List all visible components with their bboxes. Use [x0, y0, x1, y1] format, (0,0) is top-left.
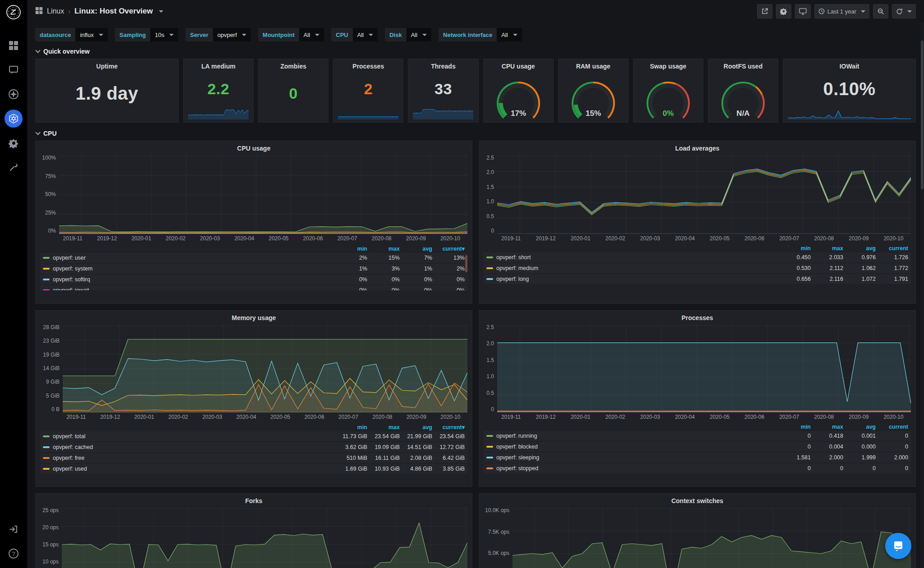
- legend-series-label[interactable]: opvperf: softirq: [43, 276, 335, 283]
- grafana-logo[interactable]: [6, 5, 21, 22]
- filter-sampling[interactable]: Sampling 10s: [115, 28, 178, 41]
- time-range-picker[interactable]: Last 1 year: [814, 4, 869, 18]
- legend-header[interactable]: max: [813, 423, 846, 431]
- refresh-interval-caret-icon[interactable]: [907, 10, 912, 13]
- legend-row[interactable]: opvperf: short 0.450 2.033 0.976 1.726: [484, 252, 911, 263]
- panel-rootfs-used[interactable]: RootFS used N/A: [708, 59, 778, 123]
- legend-row[interactable]: opvperf: used 1.69 GiB 10.93 GiB 4.86 Gi…: [40, 463, 467, 474]
- explore-compass-icon[interactable]: [5, 85, 23, 103]
- plot-area[interactable]: [62, 507, 467, 568]
- server-admin-wrench-icon[interactable]: [5, 158, 23, 176]
- legend-scrollbar[interactable]: [465, 255, 467, 272]
- legend-row[interactable]: opvperf: total 11.73 GiB 23.54 GiB 21.99…: [40, 431, 467, 442]
- legend-header[interactable]: current▾: [435, 423, 467, 431]
- dashboard-title-caret-icon[interactable]: [159, 10, 163, 13]
- panel-context-switches[interactable]: Context switches 10.0K ops7.5K ops5.0K o…: [479, 493, 916, 568]
- legend-row[interactable]: opvperf: long 0.656 2.116 1.072 1.791: [484, 274, 911, 284]
- legend-row[interactable]: opvperf: iowait 0% 0% 0% 0%: [40, 285, 467, 290]
- legend-header[interactable]: current: [878, 423, 911, 431]
- legend-header[interactable]: max: [370, 244, 402, 253]
- legend-header[interactable]: max: [813, 244, 846, 252]
- panel-load-averages[interactable]: Load averages 2.52.01.51.00.50 2019-1120…: [479, 141, 916, 304]
- legend-row[interactable]: opvperf: stopped 0 0 0 0: [484, 463, 911, 474]
- filter-value-dropdown[interactable]: opvperf: [213, 28, 251, 41]
- filter-server[interactable]: Server opvperf: [185, 28, 251, 41]
- panel-uptime[interactable]: Uptime1.9 day: [35, 59, 179, 123]
- legend-series-label[interactable]: opvperf: system: [43, 266, 335, 272]
- messages-icon[interactable]: [5, 61, 23, 79]
- share-button[interactable]: [757, 4, 772, 18]
- breadcrumb-folder[interactable]: Linux: [47, 7, 64, 15]
- legend-series-label[interactable]: opvperf: running: [486, 433, 778, 439]
- panel-forks[interactable]: Forks 25 ops20 ops15 ops10 ops5 ops0 ops: [35, 493, 472, 568]
- zoom-out-button[interactable]: [873, 4, 888, 18]
- page-scrollbar[interactable]: [920, 0, 924, 568]
- panel-threads[interactable]: Threads33: [408, 59, 478, 123]
- legend-series-label[interactable]: opvperf: stopped: [486, 465, 778, 472]
- panel-la-medium[interactable]: LA medium2.2: [183, 59, 254, 123]
- legend-series-label[interactable]: opvperf: blocked: [486, 444, 778, 450]
- panel-zombies[interactable]: Zombies0: [258, 59, 328, 123]
- legend-header[interactable]: min: [781, 244, 813, 252]
- dashboard-settings-button[interactable]: [776, 4, 791, 18]
- legend-row[interactable]: opvperf: free 510 MiB 16.11 GiB 2.08 GiB…: [40, 453, 467, 463]
- intercom-chat-button[interactable]: [885, 533, 911, 559]
- filter-cpu[interactable]: CPU All: [331, 28, 378, 41]
- section-quick-overview[interactable]: Quick overview: [36, 48, 916, 55]
- panel-cpu-usage[interactable]: CPU usage 17%: [483, 59, 554, 123]
- legend-series-label[interactable]: opvperf: user: [43, 255, 335, 261]
- plot-area[interactable]: [63, 324, 467, 412]
- panel-processes[interactable]: Processes 2.52.01.51.00.50 2019-112019-1…: [479, 310, 916, 487]
- legend-series-label[interactable]: opvperf: short: [486, 254, 778, 261]
- legend-row[interactable]: opvperf: cached 3.62 GiB 19.09 GiB 14.51…: [40, 442, 467, 453]
- panel-processes[interactable]: Processes2: [333, 59, 403, 123]
- plot-area[interactable]: [497, 324, 911, 412]
- panel-cpu-usage[interactable]: CPU usage 100%75%50%25%0% 2019-112019-12…: [35, 141, 472, 304]
- legend-series-label[interactable]: opvperf: long: [486, 276, 778, 282]
- legend-header[interactable]: min: [781, 423, 813, 431]
- legend-row[interactable]: opvperf: running 0 0.418 0.001 0: [484, 431, 911, 441]
- cycle-view-mode-button[interactable]: [795, 4, 811, 18]
- filter-value-dropdown[interactable]: influx: [75, 28, 107, 41]
- legend-row[interactable]: opvperf: softirq 0% 0% 0% 0%: [40, 274, 467, 285]
- legend-series-label[interactable]: opvperf: free: [43, 455, 335, 461]
- legend-series-label[interactable]: opvperf: total: [43, 433, 335, 440]
- legend-row[interactable]: opvperf: user 2% 15% 7% 13%: [40, 253, 467, 263]
- filter-value-dropdown[interactable]: 10s: [150, 28, 178, 41]
- legend-row[interactable]: opvperf: sleeping 1.581 2.000 1.999 2.00…: [484, 452, 911, 463]
- legend-header[interactable]: current: [878, 244, 911, 252]
- legend-header[interactable]: min: [337, 423, 370, 431]
- filter-value-dropdown[interactable]: All: [497, 28, 522, 41]
- legend-series-label[interactable]: opvperf: used: [43, 466, 335, 472]
- legend-series-label[interactable]: opvperf: medium: [486, 265, 778, 271]
- plot-area[interactable]: [497, 155, 911, 234]
- help-icon[interactable]: ?: [5, 545, 23, 563]
- panel-ram-usage[interactable]: RAM usage 15%: [558, 59, 628, 123]
- dashboard-title[interactable]: Linux: Host Overview: [74, 7, 153, 16]
- legend-row[interactable]: opvperf: blocked 0 0.004 0.000 0: [484, 441, 911, 452]
- sign-in-icon[interactable]: [5, 520, 23, 538]
- section-cpu[interactable]: CPU: [36, 130, 916, 137]
- legend-header[interactable]: current▾: [435, 244, 467, 253]
- filter-mountpoint[interactable]: Mountpoint All: [258, 28, 324, 41]
- legend-series-label[interactable]: opvperf: iowait: [43, 287, 335, 290]
- filter-value-dropdown[interactable]: All: [299, 28, 324, 41]
- legend-row[interactable]: opvperf: medium 0.530 2.112 1.062 1.772: [484, 263, 911, 274]
- legend-header[interactable]: avg: [846, 423, 878, 431]
- plot-area[interactable]: [513, 507, 911, 568]
- legend-header[interactable]: avg: [402, 244, 435, 253]
- panel-memory-usage[interactable]: Memory usage 28 GiB23 GiB19 GiB14 GiB9 G…: [35, 310, 472, 487]
- dashboards-icon[interactable]: [5, 37, 23, 55]
- legend-series-label[interactable]: opvperf: cached: [43, 444, 335, 450]
- legend-header[interactable]: max: [370, 423, 402, 431]
- legend-row[interactable]: opvperf: system 1% 3% 1% 2%: [40, 263, 467, 274]
- plot-area[interactable]: [59, 155, 467, 234]
- filter-network-interface[interactable]: Network interface All: [439, 28, 522, 41]
- panel-iowait[interactable]: IOWait0.10%: [783, 59, 916, 123]
- legend-series-label[interactable]: opvperf: sleeping: [486, 454, 778, 461]
- refresh-button[interactable]: [892, 4, 916, 18]
- filter-disk[interactable]: Disk All: [385, 28, 431, 41]
- filter-datasource[interactable]: datasource influx: [35, 28, 108, 41]
- kubernetes-plugin-icon[interactable]: [5, 110, 23, 128]
- legend-header[interactable]: avg: [846, 244, 878, 252]
